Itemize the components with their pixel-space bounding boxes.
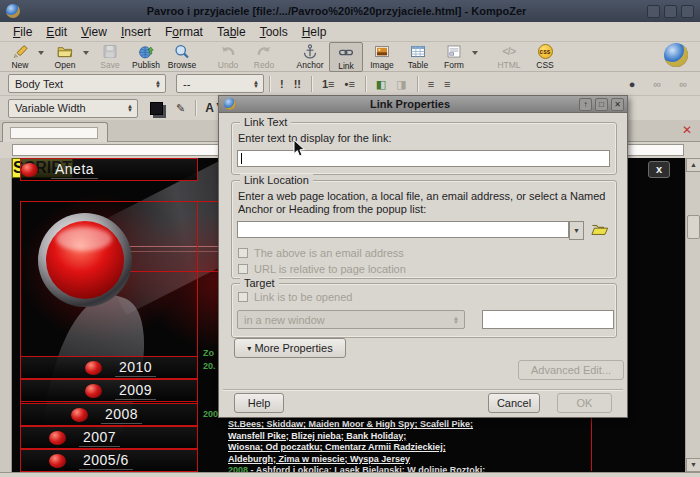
red-bullet-icon bbox=[21, 163, 38, 177]
indent-icon[interactable]: ◨ bbox=[396, 75, 406, 93]
align-right-icon[interactable]: ≡ bbox=[444, 75, 450, 93]
more-properties-button[interactable]: ▾ More Properties bbox=[234, 338, 346, 358]
table-button[interactable]: Table bbox=[401, 43, 435, 70]
trip-link-line[interactable]: Wiosna; Od poczatku; Cmentarz Armii Radz… bbox=[228, 442, 590, 454]
class-select[interactable]: -- ▲▼ bbox=[176, 74, 264, 93]
select-arrows-icon: ▲▼ bbox=[127, 104, 133, 112]
save-button[interactable]: Save bbox=[93, 43, 127, 70]
menu-item[interactable]: Tools bbox=[253, 23, 295, 41]
menu-item[interactable]: Help bbox=[295, 23, 334, 41]
outdent-icon[interactable]: ◧ bbox=[376, 75, 386, 93]
trip-link-line[interactable]: St.Bees; Skiddaw; Maiden Moor & High Spy… bbox=[228, 419, 590, 431]
year-menu-row[interactable]: 2008 bbox=[20, 403, 198, 426]
emphasis-icon[interactable]: ! bbox=[280, 75, 284, 93]
form-button[interactable]: Form bbox=[437, 43, 471, 70]
checkbox-icon[interactable] bbox=[238, 292, 248, 302]
location-dropdown-arrow-icon[interactable]: ▼ bbox=[569, 221, 584, 240]
new-document-icon bbox=[11, 43, 29, 60]
new-button[interactable]: New bbox=[3, 43, 37, 70]
redo-button[interactable]: Redo bbox=[247, 43, 281, 70]
trip-link-line[interactable]: Aldeburgh; Zima w miescie; Wyspa Jersey bbox=[228, 454, 590, 466]
email-address-checkbox-row[interactable]: The above is an email address bbox=[238, 247, 404, 259]
dialog-shade-icon[interactable]: ↑ bbox=[579, 98, 592, 111]
help-button[interactable]: Help bbox=[234, 393, 284, 413]
broken-chain-icon[interactable]: ∞ bbox=[679, 75, 687, 93]
table-icon bbox=[409, 43, 427, 60]
html-source-button[interactable]: </> HTML bbox=[492, 43, 526, 70]
highlighter-icon[interactable]: ✎ bbox=[176, 99, 185, 117]
year-menu-row[interactable]: 2007 bbox=[20, 426, 198, 449]
mouse-cursor-icon bbox=[293, 139, 306, 162]
chain-icon[interactable]: ∞ bbox=[653, 75, 661, 93]
year-label: 2008 bbox=[101, 406, 142, 424]
absolute-position-icon[interactable]: ● bbox=[629, 75, 636, 93]
menu-item[interactable]: Format bbox=[158, 23, 210, 41]
year-menu-row[interactable]: Aneta bbox=[20, 158, 198, 181]
advanced-edit-button[interactable]: Advanced Edit... bbox=[518, 360, 624, 380]
target-legend: Target bbox=[240, 277, 279, 289]
choose-file-button[interactable] bbox=[590, 220, 610, 238]
text-color-swatch-icon[interactable] bbox=[150, 102, 163, 115]
dialog-maximize-icon[interactable]: □ bbox=[595, 98, 608, 111]
relative-url-checkbox-row[interactable]: URL is relative to page location bbox=[238, 263, 406, 275]
format-toolbar: Body Text ▲▼ -- ▲▼ ! !! 1≡ •≡ ◧ ◨ ≡ ≡ ● … bbox=[0, 72, 700, 96]
strong-emphasis-icon[interactable]: !! bbox=[294, 75, 301, 93]
bullet-list-icon[interactable]: •≡ bbox=[345, 75, 355, 93]
menu-item[interactable]: Edit bbox=[39, 23, 74, 41]
target-name-input[interactable] bbox=[482, 310, 614, 329]
css-button[interactable]: css CSS bbox=[528, 43, 562, 70]
image-button[interactable]: Image bbox=[365, 43, 399, 70]
ok-button[interactable]: OK bbox=[557, 393, 612, 413]
maximize-icon[interactable] bbox=[664, 5, 677, 18]
close-icon[interactable] bbox=[681, 5, 694, 18]
dialog-close-icon[interactable]: ✕ bbox=[611, 98, 624, 111]
scroll-down-icon[interactable]: ▼ bbox=[686, 458, 700, 472]
menu-item[interactable]: Table bbox=[210, 23, 253, 41]
minimize-icon[interactable] bbox=[647, 5, 660, 18]
font-select[interactable]: Variable Width ▲▼ bbox=[8, 99, 138, 118]
tab-close-icon[interactable]: ✕ bbox=[682, 123, 692, 137]
broken-image-icon[interactable]: x bbox=[648, 161, 670, 178]
link-button[interactable]: Link bbox=[329, 42, 363, 72]
trip-link-line[interactable]: Wansfell Pike; Blizej nieba; Bank Holida… bbox=[228, 431, 590, 443]
redo-icon bbox=[255, 43, 273, 60]
open-button[interactable]: Open bbox=[48, 43, 82, 70]
trip-link-last-line[interactable]: 2008 - Ashford i okolica; Lasek Bielansk… bbox=[228, 465, 485, 472]
dialog-titlebar[interactable]: Link Properties ↑ □ ✕ bbox=[219, 96, 627, 113]
open-dropdown-arrow-icon[interactable] bbox=[83, 51, 89, 55]
menu-item[interactable]: Insert bbox=[114, 23, 158, 41]
paragraph-format-select[interactable]: Body Text ▲▼ bbox=[8, 74, 166, 93]
new-dropdown-arrow-icon[interactable] bbox=[38, 51, 44, 55]
css-icon: css bbox=[538, 43, 553, 60]
menu-item[interactable]: View bbox=[74, 23, 114, 41]
scroll-up-icon[interactable]: ▲ bbox=[686, 158, 700, 172]
open-link-checkbox-row[interactable]: Link is to be opened bbox=[238, 291, 352, 303]
link-text-group: Link Text Enter text to display for the … bbox=[231, 122, 617, 175]
undo-button[interactable]: Undo bbox=[211, 43, 245, 70]
link-icon bbox=[337, 44, 355, 61]
numbered-list-icon[interactable]: 1≡ bbox=[322, 75, 335, 93]
document-tab[interactable] bbox=[2, 122, 108, 142]
menu-item[interactable]: File bbox=[6, 23, 39, 41]
red-bullet-icon bbox=[49, 431, 66, 445]
red-button-gloss-graphic bbox=[56, 227, 112, 251]
target-window-select[interactable]: in a new window ▲▼ bbox=[237, 310, 465, 329]
year-menu-row[interactable]: 2009 bbox=[20, 379, 198, 402]
relative-checkbox-label: URL is relative to page location bbox=[254, 263, 406, 275]
checkbox-icon[interactable] bbox=[238, 248, 248, 258]
checkbox-icon[interactable] bbox=[238, 264, 248, 274]
scrollbar-thumb[interactable] bbox=[687, 215, 700, 239]
dialog-app-icon bbox=[224, 98, 236, 110]
cancel-button[interactable]: Cancel bbox=[488, 393, 540, 413]
red-bullet-icon bbox=[71, 408, 88, 422]
align-left-icon[interactable]: ≡ bbox=[428, 75, 434, 93]
anchor-button[interactable]: Anchor bbox=[293, 43, 327, 70]
publish-button[interactable]: Publish bbox=[129, 43, 163, 70]
link-location-legend: Link Location bbox=[240, 174, 313, 186]
year-menu-row[interactable]: 2005/6 bbox=[20, 449, 198, 472]
browse-button[interactable]: Browse bbox=[165, 43, 199, 70]
link-location-input[interactable] bbox=[237, 221, 569, 238]
form-dropdown-arrow-icon[interactable] bbox=[472, 51, 478, 55]
year-menu-row[interactable]: 2010 bbox=[20, 356, 198, 379]
vertical-scrollbar[interactable]: ▲ ▼ bbox=[685, 158, 700, 472]
